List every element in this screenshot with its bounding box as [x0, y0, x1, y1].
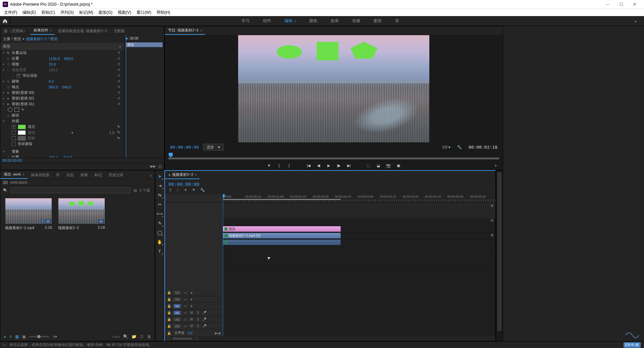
graphic-rect[interactable] [317, 42, 338, 60]
mic-icon[interactable]: 🎤 [202, 318, 206, 321]
menu-sequence[interactable]: 序列(S) [58, 9, 76, 16]
mask-pen-icon[interactable]: ✎ [21, 108, 24, 112]
keyframe-toggle-icon[interactable]: ◇ [7, 57, 12, 60]
menu-window[interactable]: 窗口(W) [134, 9, 154, 16]
stroke-color-swatch[interactable] [18, 130, 26, 135]
reset-icon[interactable]: ↺ [117, 51, 121, 55]
sync-lock-icon[interactable]: ▭ [183, 304, 187, 308]
clip-audio[interactable] [223, 239, 341, 245]
rectangle-tool[interactable]: ◯ [156, 229, 163, 236]
play-button[interactable]: ▶ [325, 162, 332, 169]
reset-icon[interactable]: ↺ [117, 79, 121, 83]
reset-icon[interactable]: ↺ [117, 57, 121, 60]
reset-icon[interactable]: ↺ [117, 96, 121, 100]
tab-markers[interactable]: 标记 [91, 171, 105, 179]
ec-footer-timecode[interactable]: 00:00:00:00 [0, 157, 164, 163]
thumbnail-size-slider[interactable] [29, 336, 49, 337]
timeline-playhead[interactable] [223, 194, 223, 336]
mic-icon[interactable]: 🎤 [202, 324, 206, 328]
reset-icon[interactable]: ↺ [117, 91, 121, 94]
mini-scroll-thumb[interactable] [168, 157, 499, 159]
anchor-y[interactable]: 540.0 [62, 85, 71, 89]
mask-rect-icon[interactable] [14, 108, 19, 112]
mini-playhead[interactable] [169, 153, 173, 157]
sync-lock-icon[interactable]: ▭ [183, 297, 187, 301]
eye-icon[interactable]: ● [190, 297, 194, 301]
lock-icon[interactable]: 🔒 [167, 318, 171, 321]
sync-lock-icon[interactable]: ▭ [183, 318, 187, 321]
menu-view[interactable]: 视图(V) [115, 9, 134, 16]
mic-icon[interactable]: 🎤 [202, 311, 206, 315]
project-item[interactable]: ▯◁▷ 视频素材2~2.mp42;18 [5, 198, 52, 230]
wrench-icon[interactable]: 🔧 [457, 145, 462, 149]
freeform-view-icon[interactable]: ▣ [22, 334, 26, 339]
program-zoom-select[interactable]: 适合▾ [203, 144, 224, 151]
position-x[interactable]: 1156.0 [49, 57, 60, 61]
position-y[interactable]: 559.0 [64, 57, 73, 61]
menu-clip[interactable]: 剪辑(C) [39, 9, 58, 16]
automate-icon[interactable]: ▭▭ [112, 334, 120, 339]
workspace-editing[interactable]: 编辑≡ [282, 17, 298, 25]
track-select-tool[interactable]: ⇥ [156, 182, 163, 189]
v-zoom-handle[interactable] [491, 234, 493, 236]
add-button-icon[interactable]: + [492, 162, 499, 169]
track-header-v3[interactable]: 🔒V3▭● [165, 289, 222, 296]
extract-icon[interactable]: ⬓ [375, 162, 382, 169]
shadow-color-swatch[interactable] [18, 136, 26, 141]
v-zoom-handle[interactable] [491, 219, 493, 222]
track-header-v2[interactable]: 🔒V2▭● [165, 296, 222, 303]
mask-ellipse-icon[interactable] [8, 108, 12, 112]
reset-icon[interactable]: ↺ [117, 74, 121, 77]
workspace-assembly[interactable]: 组件 [261, 17, 273, 25]
workspace-libraries[interactable]: 库 [393, 17, 401, 25]
tab-libraries[interactable]: 库 [53, 171, 63, 179]
rec-icon[interactable]: ● [4, 334, 6, 339]
fill-color-swatch[interactable] [18, 125, 26, 129]
tab-audio-mixer[interactable]: 音频剪辑混合器: 视频素材2~2 [55, 27, 110, 35]
workspace-audio[interactable]: 音频 [350, 17, 362, 25]
in-point-icon[interactable]: { [275, 162, 283, 169]
stroke-checkbox[interactable] [12, 131, 16, 135]
visibility-icon[interactable]: ● [7, 102, 12, 106]
workspace-graphics[interactable]: 图形 [372, 17, 384, 25]
hand-tool[interactable]: ✋ [156, 238, 163, 246]
tl-link-icon[interactable]: ∩ [176, 188, 179, 192]
tab-media-browser[interactable]: 媒体浏览器 [28, 171, 53, 179]
close-button[interactable]: ✕ [628, 0, 641, 9]
home-icon[interactable] [0, 16, 10, 26]
timeline-timecode[interactable]: 00:00:00:00 [168, 182, 219, 187]
workspace-overflow[interactable]: » [631, 19, 641, 23]
rotation-value[interactable]: 0.0 [49, 79, 54, 83]
tab-history[interactable]: 历史记录 [105, 171, 127, 179]
keyframe-toggle-icon[interactable]: ◇ [7, 85, 12, 89]
v-zoom-handle[interactable] [491, 204, 493, 207]
ec-playhead[interactable] [126, 35, 126, 157]
out-point-icon[interactable]: } [285, 162, 293, 169]
lock-icon[interactable]: 🔒 [167, 297, 171, 301]
ime-indicator[interactable]: EN 中 简 [624, 342, 641, 348]
reset-icon[interactable]: ↺ [117, 102, 121, 106]
program-canvas[interactable] [238, 35, 429, 142]
tab-metadata[interactable]: 元数据 [110, 27, 128, 35]
workspace-effects[interactable]: 效果 [329, 17, 341, 25]
tab-program[interactable]: 节目: 视频素材2~2≡ [165, 26, 205, 35]
sequence-clip-label[interactable]: 视频素材2~2 * 图形 [26, 37, 58, 42]
lock-icon[interactable]: 🔒 [167, 291, 171, 294]
ec-bottom-icon[interactable]: 凸 [158, 164, 162, 169]
track-header-a2[interactable]: 🔒A2▭MS🎤 [165, 316, 222, 323]
graphic-ellipse[interactable] [277, 45, 302, 59]
ec-timeline-clip[interactable]: 图形 [126, 42, 163, 47]
tab-timeline[interactable]: × 视频素材2~2≡ [165, 171, 200, 179]
track-header-v1[interactable]: 🔒V1▭● [165, 303, 222, 309]
tab-effects[interactable]: 效果 [77, 171, 91, 179]
h-scroll-handle-left[interactable] [167, 337, 170, 340]
menu-help[interactable]: 帮助(H) [154, 9, 173, 16]
lift-icon[interactable]: ⬚ [365, 162, 372, 169]
anchor-x[interactable]: 960.0 [49, 85, 58, 89]
menu-edit[interactable]: 编辑(E) [20, 9, 39, 16]
slip-tool[interactable]: ⟷ [156, 210, 163, 217]
step-back-icon[interactable]: ◀| [315, 162, 322, 169]
tab-info[interactable]: 信息 [63, 171, 77, 179]
shape-mask-checkbox[interactable] [12, 142, 16, 146]
program-timecode[interactable]: 00:00:00:00 [170, 145, 199, 150]
